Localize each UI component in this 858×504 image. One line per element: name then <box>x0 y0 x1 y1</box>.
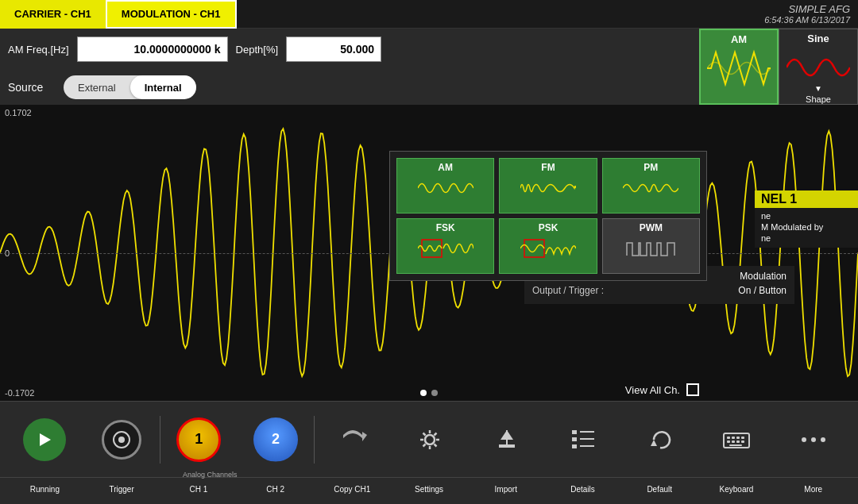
am-panel-label: AM <box>731 33 747 45</box>
mod-item-pm[interactable]: PM <box>602 158 700 214</box>
toolbar-item-details[interactable] <box>545 422 622 457</box>
svg-rect-32 <box>741 441 744 443</box>
mod-item-fm[interactable]: FM <box>499 158 597 214</box>
tab-modulation[interactable]: MODULATION - CH1 <box>106 0 237 29</box>
shape-arrow-icon: ▼ <box>814 84 822 93</box>
label-copy-ch1: Copy CH1 <box>314 485 391 494</box>
label-details: Details <box>544 485 621 494</box>
toolbar-items: 1 2 <box>0 402 858 477</box>
trigger-icon[interactable] <box>102 420 141 460</box>
mod-am-wave <box>418 173 473 203</box>
generation-mode-value: Modulation <box>740 271 786 282</box>
waveform-bottom-value: -0.1702 <box>5 388 34 398</box>
play-icon <box>35 430 54 449</box>
depth-label: Depth[%] <box>236 44 278 56</box>
svg-rect-17 <box>572 430 577 434</box>
header: CARRIER - CH1 MODULATION - CH1 SIMPLE AF… <box>0 0 858 29</box>
mod-item-am[interactable]: AM <box>396 158 494 214</box>
ch1-title: NEL 1 <box>755 190 858 208</box>
mod-item-fsk[interactable]: FSK <box>396 218 494 274</box>
default-refresh-icon <box>643 422 678 457</box>
am-freq-label: AM Freq.[Hz] <box>8 44 69 56</box>
header-time: 6:54:36 AM 6/13/2017 <box>764 15 850 25</box>
svg-rect-31 <box>736 441 740 443</box>
page-dot-2[interactable] <box>431 390 438 396</box>
toolbar-item-settings[interactable] <box>392 422 469 457</box>
source-internal-btn[interactable]: Internal <box>130 75 196 99</box>
view-all-ch: View All Ch. <box>625 383 699 396</box>
sine-shape-panel[interactable]: Sine ▼ Shape <box>779 29 858 105</box>
label-settings: Settings <box>391 485 468 494</box>
toolbar-item-more[interactable] <box>775 422 852 457</box>
keyboard-icon <box>719 422 754 457</box>
mod-pwm-wave <box>623 233 678 264</box>
output-trigger-key: Output / Trigger : <box>532 285 604 296</box>
source-label: Source <box>8 81 56 94</box>
source-external-btn[interactable]: External <box>64 75 130 99</box>
info-row-output: Output / Trigger : On / Button <box>532 285 786 296</box>
ch1-line3: ne <box>761 233 852 243</box>
depth-input[interactable] <box>286 37 381 62</box>
mod-psk-wave <box>520 233 576 264</box>
toolbar-labels: Running Trigger CH 1 CH 2 Copy CH1 Setti… <box>0 477 858 501</box>
ch1-toolbar-icon[interactable]: 1 <box>176 417 221 462</box>
mod-pm-label: PM <box>644 162 658 173</box>
waveform-top-value: 0.1702 <box>5 108 32 117</box>
source-toggle[interactable]: External Internal <box>64 75 196 99</box>
svg-rect-29 <box>727 441 730 443</box>
svg-point-4 <box>118 437 125 443</box>
toolbar-item-copy[interactable] <box>315 422 392 457</box>
page-dot-1[interactable] <box>420 390 427 396</box>
view-all-label: View All Ch. <box>625 384 680 396</box>
mod-am-label: AM <box>438 162 453 173</box>
sine-wave-icon <box>786 48 850 84</box>
am-freq-input[interactable] <box>77 37 228 62</box>
mod-fm-label: FM <box>541 162 555 173</box>
svg-rect-18 <box>572 437 577 441</box>
ch1-info: ne M Modulated by ne <box>755 208 858 248</box>
svg-line-12 <box>435 433 437 435</box>
mod-psk-label: PSK <box>539 222 558 233</box>
toolbar-item-import[interactable] <box>468 422 545 457</box>
toolbar-item-default[interactable] <box>621 422 698 457</box>
svg-rect-28 <box>741 437 744 439</box>
svg-line-13 <box>423 444 426 446</box>
mod-item-pwm[interactable]: PWM <box>602 218 700 274</box>
output-trigger-value: On / Button <box>738 285 786 296</box>
ch2-toolbar-icon[interactable]: 2 <box>253 417 298 462</box>
mod-fsk-wave <box>418 233 473 264</box>
ch1-line1: ne <box>761 211 852 221</box>
toolbar-item-keyboard[interactable] <box>698 422 775 457</box>
play-button[interactable] <box>23 418 66 461</box>
tab-carrier[interactable]: CARRIER - CH1 <box>0 0 106 29</box>
label-running: Running <box>6 485 83 494</box>
bottom-toolbar: 1 2 <box>0 401 858 504</box>
mod-pm-wave <box>623 173 678 203</box>
toolbar-item-trigger[interactable] <box>83 420 160 460</box>
svg-marker-2 <box>40 433 51 446</box>
sine-panel-label: Sine <box>807 33 829 44</box>
ch2-number: 2 <box>272 431 280 448</box>
svg-point-36 <box>821 437 825 442</box>
svg-point-34 <box>802 437 806 442</box>
label-ch1: CH 1 <box>160 485 237 494</box>
mod-item-psk[interactable]: PSK <box>499 218 597 274</box>
svg-rect-1 <box>524 240 544 257</box>
toolbar-item-running[interactable] <box>6 418 83 461</box>
toolbar-item-ch2[interactable]: 2 <box>238 417 315 462</box>
copy-icon <box>335 422 370 457</box>
shape-label: Shape <box>806 94 831 104</box>
import-upload-icon <box>489 422 524 457</box>
ch1-line2: M Modulated by <box>761 222 852 232</box>
view-all-checkbox[interactable] <box>686 383 699 396</box>
modulation-popup: AM FM PM FSK <box>389 151 707 281</box>
svg-point-5 <box>425 435 435 444</box>
toolbar-item-ch1[interactable]: 1 <box>160 417 238 462</box>
ch1-number: 1 <box>195 431 203 448</box>
mod-fm-wave <box>520 173 576 203</box>
header-right: SIMPLE AFG 6:54:36 AM 6/13/2017 <box>764 3 858 25</box>
label-import: Import <box>467 485 544 494</box>
svg-point-35 <box>811 437 816 442</box>
am-modulation-panel[interactable]: AM <box>699 29 779 105</box>
app-name: SIMPLE AFG <box>764 3 850 15</box>
